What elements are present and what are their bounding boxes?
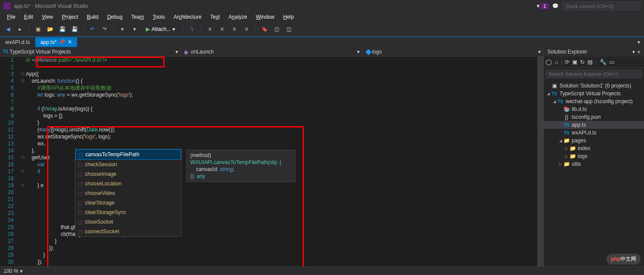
solution-explorer-panel: Solution Explorer▼ ✕ ◯ ⌂ | ⟳ ▣ ↻ ▤ | 🔧 ▭…: [543, 47, 644, 266]
outdent-icon[interactable]: ≡: [217, 24, 227, 34]
solution-search-input[interactable]: [546, 70, 642, 78]
line-gutter: 1234567891011121314151617181920212223242…: [0, 57, 20, 266]
menu-project[interactable]: Project: [57, 13, 82, 21]
tree-node[interactable]: TSwxAPI.d.ts: [544, 129, 644, 137]
save-all-icon[interactable]: 💾: [69, 24, 80, 34]
tree-node[interactable]: ◢📁pages: [544, 137, 644, 144]
intellisense-item[interactable]: ⬚chooseLocation: [75, 179, 181, 188]
save-icon[interactable]: 💾: [57, 24, 67, 34]
menu-help[interactable]: Help: [279, 13, 298, 21]
vertical-scrollbar[interactable]: [537, 57, 543, 266]
open-file-icon[interactable]: 📂: [45, 24, 55, 34]
attach-button[interactable]: ▶Attach... ▾: [142, 25, 179, 34]
nav-method-dropdown[interactable]: ◉onLaunch▾: [181, 48, 362, 56]
nav-member-dropdown[interactable]: 🔷logs▾: [362, 48, 543, 56]
se-back-icon[interactable]: ◯: [546, 59, 552, 65]
undo-icon[interactable]: ↶: [87, 24, 98, 34]
se-properties-icon[interactable]: 🔧: [600, 59, 607, 65]
menu-test[interactable]: Test: [206, 13, 224, 21]
tab-app-ts[interactable]: app.ts* 📌 ✕: [35, 37, 77, 47]
watermark: php中文网: [607, 254, 641, 265]
menu-debug[interactable]: Debug: [103, 13, 127, 21]
filter-icon[interactable]: ▼1: [536, 3, 549, 9]
layer2-icon[interactable]: ◫: [283, 24, 294, 34]
menu-window[interactable]: Window: [251, 13, 279, 21]
tree-node[interactable]: ▷📁utils: [544, 160, 644, 168]
se-showall-icon[interactable]: ▤: [587, 59, 593, 65]
menu-architecture[interactable]: Architecture: [169, 13, 206, 21]
menu-bar: File Edit View Project Build Debug Team …: [0, 12, 644, 22]
intellisense-popup[interactable]: ⬚canvasToTempFilePath⬚checkSession⬚choos…: [75, 149, 182, 237]
title-bar: app.ts* - Microsoft Visual Studio ▼1 💬: [0, 0, 644, 12]
se-refresh-icon[interactable]: ↻: [580, 59, 585, 65]
signature-tooltip: (method) WXUIAPI.canvasToTempFilePath(ob…: [186, 150, 295, 182]
fold-column[interactable]: ⊟⊟⊟⊟⊟: [20, 57, 26, 266]
nav-project-dropdown[interactable]: TSTypeScript Virtual Projects▾: [0, 48, 181, 56]
intellisense-item[interactable]: ⬚closeSocket: [75, 217, 181, 227]
se-home-icon[interactable]: ⌂: [555, 59, 558, 65]
intellisense-item[interactable]: ⬚chooseImage: [75, 169, 181, 179]
zoom-level[interactable]: 100 %: [3, 268, 18, 274]
status-bar: 100 % ▾: [0, 266, 644, 275]
intellisense-item[interactable]: ⬚connectSocket: [75, 227, 181, 236]
nav-fwd-icon[interactable]: ▸: [15, 24, 25, 34]
solution-explorer-toolbar: ◯ ⌂ | ⟳ ▣ ↻ ▤ | 🔧 ▭: [544, 57, 644, 68]
menu-tools[interactable]: Tools: [148, 13, 169, 21]
tree-node[interactable]: {}tsconfig.json: [544, 113, 644, 121]
uncomment-icon[interactable]: ≡: [241, 24, 252, 34]
tree-node[interactable]: ◢TSwechat-app (tsconfig project): [544, 97, 644, 105]
intellisense-item[interactable]: ⬚chooseVideo: [75, 188, 181, 198]
redo-icon[interactable]: ↷: [99, 24, 110, 34]
config-icon[interactable]: ▾: [117, 24, 128, 34]
tabs-dropdown-icon[interactable]: ▾: [634, 37, 644, 47]
intellisense-item[interactable]: ⬚clearStorageSync: [75, 208, 181, 217]
menu-analyze[interactable]: Analyze: [224, 13, 252, 21]
code-editor[interactable]: 1234567891011121314151617181920212223242…: [0, 57, 543, 266]
pin-icon[interactable]: 📌: [59, 39, 65, 45]
tree-node[interactable]: TSapp.ts: [544, 121, 644, 129]
se-preview-icon[interactable]: ▭: [609, 59, 614, 65]
layer-icon[interactable]: ◫: [271, 24, 282, 34]
close-tab-icon[interactable]: ✕: [68, 39, 72, 45]
solution-search: [544, 68, 644, 80]
menu-build[interactable]: Build: [82, 13, 103, 21]
menu-view[interactable]: View: [37, 13, 57, 21]
new-project-icon[interactable]: ▣: [33, 24, 43, 34]
intellisense-item[interactable]: ⬚canvasToTempFilePath: [75, 149, 181, 160]
main-toolbar: ◀ ▸ ▣ 📂 💾 💾 ↶ ↷ ▾ ▾ ▶Attach... ▾ ⤵ ≡ ≡ ≡…: [0, 22, 644, 37]
window-title: app.ts* - Microsoft Visual Studio: [14, 3, 536, 9]
nav-back-icon[interactable]: ◀: [3, 24, 13, 34]
solution-tree[interactable]: ▣Solution 'Solution1' (0 projects)◢TSTyp…: [544, 80, 644, 266]
tree-node[interactable]: ▣Solution 'Solution1' (0 projects): [544, 82, 644, 90]
menu-edit[interactable]: Edit: [20, 13, 37, 21]
se-collapse-icon[interactable]: ▣: [572, 59, 577, 65]
comment-icon[interactable]: ≡: [229, 24, 239, 34]
navigation-bar: TSTypeScript Virtual Projects▾ ◉onLaunch…: [0, 47, 543, 57]
step-icon[interactable]: ⤵: [187, 24, 197, 34]
menu-team[interactable]: Team: [127, 13, 148, 21]
indent-icon[interactable]: ≡: [205, 24, 215, 34]
intellisense-item[interactable]: ⬚clearStorage: [75, 198, 181, 208]
bookmark-icon[interactable]: 🔖: [259, 24, 270, 34]
tree-node[interactable]: ▷📁logs: [544, 152, 644, 160]
vs-logo-icon: [3, 3, 10, 10]
tree-node[interactable]: ◢TSTypeScript Virtual Projects: [544, 90, 644, 97]
feedback-icon[interactable]: 💬: [552, 3, 559, 9]
platform-icon[interactable]: ▾: [129, 24, 140, 34]
tree-node[interactable]: ▷📁index: [544, 144, 644, 152]
menu-file[interactable]: File: [3, 13, 20, 21]
document-tabs: wxAPI.d.ts app.ts* 📌 ✕ ▾: [0, 37, 644, 47]
tab-wxapi[interactable]: wxAPI.d.ts: [0, 37, 35, 47]
quick-launch-input[interactable]: [562, 2, 641, 10]
solution-explorer-header[interactable]: Solution Explorer▼ ✕: [544, 47, 644, 57]
intellisense-item[interactable]: ⬚checkSession: [75, 160, 181, 169]
tree-node[interactable]: 📚lib.d.ts: [544, 105, 644, 113]
se-sync-icon[interactable]: ⟳: [565, 59, 570, 65]
